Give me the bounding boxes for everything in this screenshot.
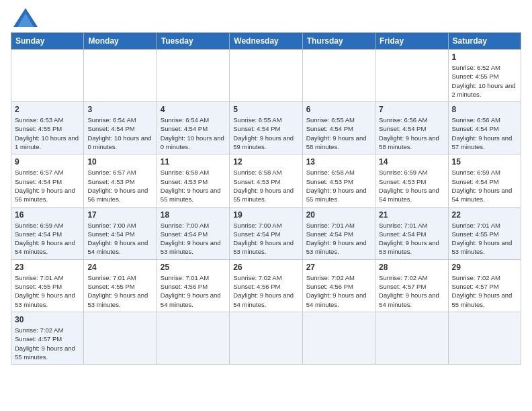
- day-number: 30: [15, 315, 80, 324]
- calendar-cell: [302, 50, 375, 102]
- week-row-6: 30Sunrise: 7:02 AM Sunset: 4:57 PM Dayli…: [11, 312, 521, 364]
- calendar-cell: 28Sunrise: 7:02 AM Sunset: 4:57 PM Dayli…: [375, 259, 448, 312]
- calendar-cell: 18Sunrise: 7:00 AM Sunset: 4:54 PM Dayli…: [157, 207, 229, 259]
- calendar-cell: 8Sunrise: 6:56 AM Sunset: 4:54 PM Daylig…: [448, 102, 521, 154]
- day-info: Sunrise: 7:01 AM Sunset: 4:54 PM Dayligh…: [379, 221, 444, 257]
- calendar-cell: 25Sunrise: 7:01 AM Sunset: 4:56 PM Dayli…: [157, 259, 229, 312]
- week-row-2: 2Sunrise: 6:53 AM Sunset: 4:55 PM Daylig…: [11, 102, 521, 154]
- day-info: Sunrise: 6:58 AM Sunset: 4:53 PM Dayligh…: [306, 168, 371, 203]
- day-info: Sunrise: 7:01 AM Sunset: 4:55 PM Dayligh…: [15, 273, 80, 309]
- calendar-cell: 9Sunrise: 6:57 AM Sunset: 4:54 PM Daylig…: [11, 154, 84, 207]
- day-info: Sunrise: 6:54 AM Sunset: 4:54 PM Dayligh…: [161, 116, 226, 151]
- calendar-cell: 21Sunrise: 7:01 AM Sunset: 4:54 PM Dayli…: [375, 207, 448, 259]
- day-info: Sunrise: 7:02 AM Sunset: 4:57 PM Dayligh…: [15, 326, 80, 361]
- logo: [11, 11, 38, 27]
- day-number: 24: [87, 263, 152, 272]
- day-number: 20: [306, 210, 371, 220]
- day-info: Sunrise: 6:55 AM Sunset: 4:54 PM Dayligh…: [306, 116, 371, 151]
- calendar-cell: 27Sunrise: 7:02 AM Sunset: 4:56 PM Dayli…: [302, 259, 375, 312]
- calendar-cell: 23Sunrise: 7:01 AM Sunset: 4:55 PM Dayli…: [11, 259, 84, 312]
- weekday-header-sunday: Sunday: [11, 33, 84, 50]
- day-info: Sunrise: 7:01 AM Sunset: 4:55 PM Dayligh…: [452, 221, 517, 257]
- day-info: Sunrise: 6:54 AM Sunset: 4:54 PM Dayligh…: [87, 116, 152, 151]
- day-number: 27: [306, 263, 371, 272]
- calendar-cell: 1Sunrise: 6:52 AM Sunset: 4:55 PM Daylig…: [448, 50, 521, 102]
- weekday-header-wednesday: Wednesday: [230, 33, 302, 50]
- calendar-cell: [230, 312, 302, 364]
- day-info: Sunrise: 6:59 AM Sunset: 4:53 PM Dayligh…: [379, 168, 444, 203]
- calendar-cell: [230, 50, 302, 102]
- day-number: 15: [452, 157, 517, 167]
- header: [11, 11, 521, 27]
- day-info: Sunrise: 7:00 AM Sunset: 4:54 PM Dayligh…: [233, 221, 298, 257]
- calendar-cell: 14Sunrise: 6:59 AM Sunset: 4:53 PM Dayli…: [375, 154, 448, 207]
- weekday-header-thursday: Thursday: [302, 33, 375, 50]
- weekday-header-tuesday: Tuesday: [157, 33, 229, 50]
- day-info: Sunrise: 6:57 AM Sunset: 4:54 PM Dayligh…: [15, 168, 80, 203]
- day-number: 16: [15, 210, 80, 220]
- calendar-cell: 7Sunrise: 6:56 AM Sunset: 4:54 PM Daylig…: [375, 102, 448, 154]
- day-number: 1: [452, 52, 517, 62]
- day-info: Sunrise: 6:52 AM Sunset: 4:55 PM Dayligh…: [452, 63, 517, 99]
- weekday-header-friday: Friday: [375, 33, 448, 50]
- day-number: 14: [379, 157, 444, 167]
- calendar-cell: [84, 50, 157, 102]
- day-info: Sunrise: 7:02 AM Sunset: 4:56 PM Dayligh…: [306, 273, 371, 309]
- week-row-1: 1Sunrise: 6:52 AM Sunset: 4:55 PM Daylig…: [11, 50, 521, 102]
- day-number: 13: [306, 157, 371, 167]
- calendar-cell: 10Sunrise: 6:57 AM Sunset: 4:53 PM Dayli…: [84, 154, 157, 207]
- day-number: 10: [87, 157, 152, 167]
- day-number: 17: [87, 210, 152, 220]
- calendar-cell: 6Sunrise: 6:55 AM Sunset: 4:54 PM Daylig…: [302, 102, 375, 154]
- day-number: 25: [161, 263, 226, 272]
- weekday-header-monday: Monday: [84, 33, 157, 50]
- day-info: Sunrise: 6:58 AM Sunset: 4:53 PM Dayligh…: [161, 168, 226, 203]
- day-number: 7: [379, 105, 444, 114]
- day-info: Sunrise: 7:02 AM Sunset: 4:56 PM Dayligh…: [233, 273, 298, 309]
- calendar-cell: [375, 312, 448, 364]
- calendar-cell: 11Sunrise: 6:58 AM Sunset: 4:53 PM Dayli…: [157, 154, 229, 207]
- week-row-4: 16Sunrise: 6:59 AM Sunset: 4:54 PM Dayli…: [11, 207, 521, 259]
- day-info: Sunrise: 6:55 AM Sunset: 4:54 PM Dayligh…: [233, 116, 298, 151]
- day-number: 18: [161, 210, 226, 220]
- day-info: Sunrise: 6:56 AM Sunset: 4:54 PM Dayligh…: [379, 116, 444, 151]
- calendar-cell: 22Sunrise: 7:01 AM Sunset: 4:55 PM Dayli…: [448, 207, 521, 259]
- day-number: 2: [15, 105, 80, 114]
- calendar-cell: 2Sunrise: 6:53 AM Sunset: 4:55 PM Daylig…: [11, 102, 84, 154]
- calendar-cell: 12Sunrise: 6:58 AM Sunset: 4:53 PM Dayli…: [230, 154, 302, 207]
- day-number: 22: [452, 210, 517, 220]
- calendar-cell: 20Sunrise: 7:01 AM Sunset: 4:54 PM Dayli…: [302, 207, 375, 259]
- day-number: 26: [233, 263, 298, 272]
- calendar-cell: [375, 50, 448, 102]
- calendar-cell: [448, 312, 521, 364]
- day-number: 28: [379, 263, 444, 272]
- calendar-cell: [84, 312, 157, 364]
- calendar-cell: [302, 312, 375, 364]
- day-info: Sunrise: 6:53 AM Sunset: 4:55 PM Dayligh…: [15, 116, 80, 151]
- day-info: Sunrise: 7:02 AM Sunset: 4:57 PM Dayligh…: [452, 273, 517, 309]
- calendar-cell: 30Sunrise: 7:02 AM Sunset: 4:57 PM Dayli…: [11, 312, 84, 364]
- day-info: Sunrise: 7:00 AM Sunset: 4:54 PM Dayligh…: [161, 221, 226, 257]
- calendar-table: SundayMondayTuesdayWednesdayThursdayFrid…: [11, 32, 521, 365]
- day-info: Sunrise: 7:00 AM Sunset: 4:54 PM Dayligh…: [87, 221, 152, 257]
- day-info: Sunrise: 6:59 AM Sunset: 4:54 PM Dayligh…: [452, 168, 517, 203]
- calendar-cell: 26Sunrise: 7:02 AM Sunset: 4:56 PM Dayli…: [230, 259, 302, 312]
- day-number: 19: [233, 210, 298, 220]
- week-row-3: 9Sunrise: 6:57 AM Sunset: 4:54 PM Daylig…: [11, 154, 521, 207]
- day-number: 12: [233, 157, 298, 167]
- weekday-header-saturday: Saturday: [448, 33, 521, 50]
- day-number: 23: [15, 263, 80, 272]
- weekday-header-row: SundayMondayTuesdayWednesdayThursdayFrid…: [11, 33, 521, 50]
- logo-icon: [13, 8, 38, 27]
- day-number: 4: [161, 105, 226, 114]
- calendar-cell: [157, 50, 229, 102]
- day-info: Sunrise: 7:01 AM Sunset: 4:54 PM Dayligh…: [306, 221, 371, 257]
- day-info: Sunrise: 6:58 AM Sunset: 4:53 PM Dayligh…: [233, 168, 298, 203]
- day-number: 8: [452, 105, 517, 114]
- day-info: Sunrise: 6:57 AM Sunset: 4:53 PM Dayligh…: [87, 168, 152, 203]
- calendar-cell: [157, 312, 229, 364]
- day-number: 29: [452, 263, 517, 272]
- day-number: 9: [15, 157, 80, 167]
- calendar-cell: 15Sunrise: 6:59 AM Sunset: 4:54 PM Dayli…: [448, 154, 521, 207]
- day-info: Sunrise: 6:59 AM Sunset: 4:54 PM Dayligh…: [15, 221, 80, 257]
